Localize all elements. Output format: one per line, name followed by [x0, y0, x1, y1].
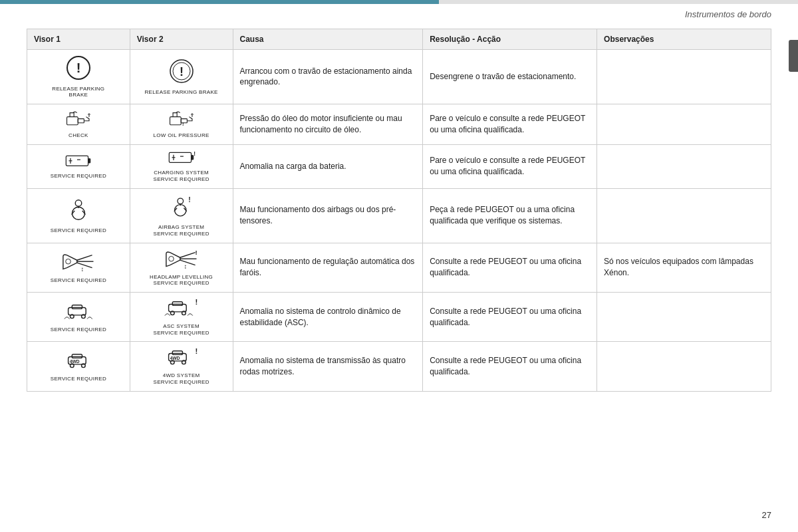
visor1-icon [34, 301, 123, 325]
resolucao-cell: Consulte a rede PEUGEOT ou uma oficina q… [423, 342, 597, 391]
visor2-cell: ! ASC SYSTEMSERVICE REQUIRED [130, 292, 233, 341]
resolucao-cell: Pare o veículo e consulte a rede PEUGEOT… [423, 144, 597, 188]
visor1-cell: ↕ SERVICE REQUIRED [27, 243, 130, 292]
causa-cell: Anomalia no sistema de controlo dinâmico… [233, 292, 423, 341]
visor1-label: RELEASE PARKINGBRAKE [34, 86, 123, 98]
observacoes-cell [597, 342, 771, 391]
visor1-cell: CHECK [27, 104, 130, 144]
resolucao-cell: Consulte a rede PEUGEOT ou uma oficina q… [423, 292, 597, 341]
visor2-label: LOW OIL PRESSURE [137, 132, 226, 139]
visor1-icon [34, 197, 123, 225]
visor2-label: ASC SYSTEMSERVICE REQUIRED [137, 323, 226, 336]
table-header-row: Visor 1 Visor 2 Causa Resolução - Acção … [27, 29, 771, 50]
tab-indicator [789, 40, 798, 72]
resolucao-cell: Pare o veículo e consulte a rede PEUGEOT… [423, 104, 597, 144]
svg-text:4WD: 4WD [70, 359, 80, 364]
visor1-label: SERVICE REQUIRED [34, 327, 123, 333]
causa-cell: Arrancou com o travão de estacionamento … [233, 50, 423, 104]
table-row: SERVICE REQUIRED ! AIRBAG SYSTEMSERVICE … [27, 188, 771, 243]
causa-cell: Mau funcionamento dos airbags ou dos pré… [233, 188, 423, 243]
table-row: SERVICE REQUIRED ! ASC SYSTEMSERVICE REQ… [27, 292, 771, 341]
resolucao-cell: Peça à rede PEUGEOT ou a uma oficina qua… [423, 188, 597, 243]
observacoes-cell [597, 188, 771, 243]
resolucao-cell: Consulte a rede PEUGEOT ou uma oficina q… [423, 243, 597, 292]
col-observacoes: Observações [597, 29, 771, 50]
main-table: Visor 1 Visor 2 Causa Resolução - Acção … [27, 29, 771, 392]
svg-text:!: ! [182, 121, 184, 127]
table-row: CHECK ! LOW OIL PRESSUREPressão do óleo … [27, 104, 771, 144]
col-visor2: Visor 2 [130, 29, 233, 50]
observacoes-cell: Só nos veículos equipados com lâmpadas X… [597, 243, 771, 292]
causa-cell: Pressão do óleo do motor insuficiente ou… [233, 104, 423, 144]
visor1-icon [34, 110, 123, 130]
visor1-cell: SERVICE REQUIRED [27, 144, 130, 188]
col-visor1: Visor 1 [27, 29, 130, 50]
svg-rect-44 [72, 305, 82, 309]
visor1-icon: ! [34, 55, 123, 84]
visor2-label: 4WD SYSTEMSERVICE REQUIRED [137, 372, 226, 385]
visor2-label: CHARGING SYSTEMSERVICE REQUIRED [137, 170, 226, 182]
svg-point-24 [72, 207, 84, 220]
svg-rect-5 [66, 117, 78, 125]
visor1-cell: ! RELEASE PARKINGBRAKE [27, 50, 130, 104]
svg-point-29 [174, 204, 186, 215]
visor2-icon: ! [137, 110, 226, 130]
svg-text:!: ! [76, 61, 81, 75]
visor2-icon: ! [137, 59, 226, 87]
svg-line-36 [77, 263, 92, 268]
svg-text:!: ! [194, 150, 196, 157]
visor2-icon: ! [137, 298, 226, 321]
visor2-cell: ! AIRBAG SYSTEMSERVICE REQUIRED [130, 188, 233, 243]
visor2-cell: ! LOW OIL PRESSURE [130, 104, 233, 144]
svg-text:!: ! [196, 347, 198, 354]
svg-text:!: ! [180, 65, 184, 78]
svg-text:↕: ↕ [81, 266, 84, 272]
visor2-icon: ↕ ! [137, 249, 226, 272]
table-row: 4WD SERVICE REQUIRED 4WD ! 4WD SYSTEMSER… [27, 342, 771, 391]
causa-cell: Mau funcionamento de regulação automátic… [233, 243, 423, 292]
svg-line-38 [180, 252, 196, 257]
visor2-cell: ! RELEASE PARKING BRAKE [130, 50, 233, 104]
main-content: Visor 1 Visor 2 Causa Resolução - Acção … [0, 22, 798, 412]
svg-rect-58 [172, 351, 182, 355]
svg-point-23 [75, 200, 82, 207]
visor1-label: SERVICE REQUIRED [34, 227, 123, 234]
svg-text:!: ! [196, 249, 198, 256]
table-row: ! RELEASE PARKINGBRAKE ! RELEASE PARKING… [27, 50, 771, 104]
visor2-label: HEADLAMP LEVELLINGSERVICE REQUIRED [137, 274, 226, 287]
table-row: SERVICE REQUIRED ! CHARGING SYSTEMSERVIC… [27, 144, 771, 188]
svg-point-28 [178, 198, 184, 204]
visor1-label: SERVICE REQUIRED [34, 173, 123, 180]
visor2-icon: 4WD ! [137, 347, 226, 370]
resolucao-cell: Desengrene o travão de estacionamento. [423, 50, 597, 104]
visor1-cell: SERVICE REQUIRED [27, 188, 130, 243]
visor2-cell: ↕ ! HEADLAMP LEVELLINGSERVICE REQUIRED [130, 243, 233, 292]
header-title: Instrumentos de bordo [685, 9, 771, 19]
observacoes-cell [597, 50, 771, 104]
svg-text:!: ! [188, 196, 190, 203]
col-resolucao: Resolução - Acção [423, 29, 597, 50]
svg-rect-48 [172, 302, 182, 306]
svg-rect-6 [78, 119, 84, 123]
visor1-cell: 4WD SERVICE REQUIRED [27, 342, 130, 391]
svg-line-40 [180, 260, 196, 265]
visor1-cell: SERVICE REQUIRED [27, 292, 130, 341]
visor1-label: SERVICE REQUIRED [34, 376, 123, 382]
visor2-icon: ! [137, 194, 226, 223]
svg-text:4WD: 4WD [170, 356, 180, 360]
observacoes-cell [597, 292, 771, 341]
svg-rect-13 [88, 158, 90, 163]
observacoes-cell [597, 104, 771, 144]
visor1-icon [34, 154, 123, 171]
header-area: Instrumentos de bordo [0, 4, 798, 22]
visor2-cell: ! CHARGING SYSTEMSERVICE REQUIRED [130, 144, 233, 188]
visor1-icon: 4WD [34, 350, 123, 374]
visor1-icon: ↕ [34, 251, 123, 275]
visor2-label: AIRBAG SYSTEMSERVICE REQUIRED [137, 224, 226, 237]
svg-text:↕: ↕ [184, 263, 187, 269]
visor2-label: RELEASE PARKING BRAKE [137, 89, 226, 96]
visor2-icon: ! [137, 150, 226, 168]
visor1-label: CHECK [34, 132, 123, 139]
causa-cell: Anomalia na carga da bateria. [233, 144, 423, 188]
svg-text:!: ! [196, 298, 198, 305]
